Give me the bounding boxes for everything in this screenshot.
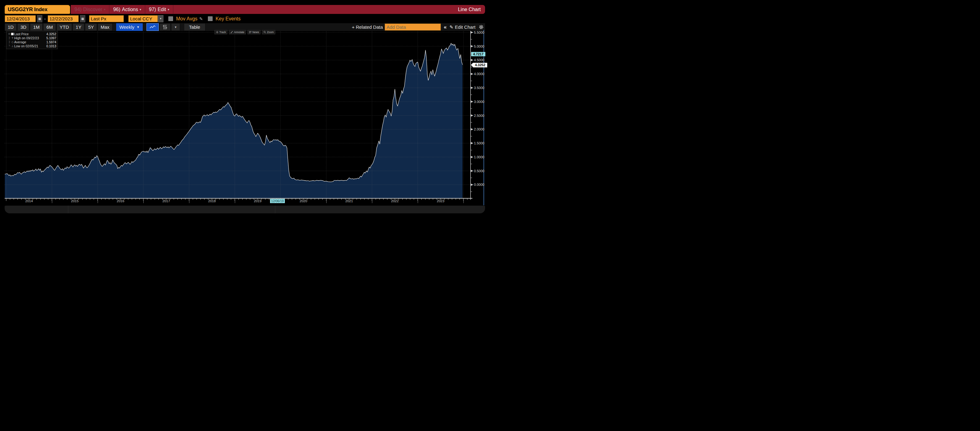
average-marker-icon: ◇ <box>11 40 14 43</box>
crosshair-x-axis-label: 12/06/19 <box>270 199 285 203</box>
area-fill <box>5 43 463 198</box>
chart-type-more-dropdown[interactable]: ▼ <box>171 23 180 31</box>
y-tick-arrow <box>471 45 473 47</box>
range-button-1m[interactable]: 1M <box>30 23 43 31</box>
range-button-3d[interactable]: 3D <box>17 23 29 31</box>
query-toolbar: 12/24/2013 ▦ - 12/22/2023 ▦ Last Px Loca… <box>5 15 241 22</box>
x-axis-year-label: 2014 <box>25 199 33 203</box>
y-axis-tick-label: 3.5000 <box>474 86 484 89</box>
mov-avgs-label: Mov Avgs <box>176 16 197 22</box>
x-axis-year-separator <box>143 199 144 203</box>
range-button-max[interactable]: Max <box>98 23 113 31</box>
menu-label: Actions <box>122 7 138 12</box>
y-axis-tick-label: 3.0000 <box>474 100 484 104</box>
x-axis-year-label: 2017 <box>162 199 170 203</box>
chevron-down-icon: ▼ <box>174 26 177 29</box>
legend-collapse-icon[interactable]: ⊟ <box>8 32 11 35</box>
x-axis-year-separator <box>418 199 418 203</box>
x-axis-year-label: 2016 <box>117 199 124 203</box>
end-date-field[interactable]: 12/22/2023 <box>48 15 79 22</box>
menu-number: 94) <box>75 7 81 12</box>
calendar-icon[interactable]: ▦ <box>80 15 85 22</box>
start-date-field[interactable]: 12/24/2013 <box>5 15 36 22</box>
x-axis-year-separator <box>372 199 372 203</box>
x-axis-year-label: 2021 <box>345 199 353 203</box>
range-button-6m[interactable]: 6M <box>43 23 56 31</box>
chart-tool-strip: Track Annotate News Zoom <box>215 30 275 34</box>
edit-chart-button[interactable]: ✎ Edit Chart <box>450 24 476 30</box>
menu-bar: 94) Discover ▾ 96) Actions ▾ 97) Edit ▾ … <box>71 5 485 14</box>
y-axis-tick-label: 0.0000 <box>474 183 484 187</box>
price-field-selector[interactable]: Last Px <box>89 15 124 22</box>
range-button-ytd[interactable]: YTD <box>57 23 72 31</box>
y-axis-tick-label: 5.0000 <box>474 45 484 48</box>
x-axis-year-label: 2020 <box>300 199 307 203</box>
y-axis-tick-label: 0.5000 <box>474 169 484 173</box>
view-mode-label: Line Chart <box>458 5 485 14</box>
key-events-checkbox[interactable] <box>208 16 213 21</box>
y-tick-arrow <box>471 59 473 61</box>
add-data-input[interactable] <box>385 24 441 30</box>
y-tick-arrow <box>471 114 473 117</box>
menu-item-discover[interactable]: 94) Discover ▾ <box>71 5 109 14</box>
bloomberg-chart-window: USGG2YR Index 94) Discover ▾ 96) Actions… <box>0 0 490 216</box>
y-tick-arrow <box>471 86 473 89</box>
y-tick-arrow <box>471 73 473 75</box>
track-button[interactable]: Track <box>215 30 228 34</box>
y-tick-arrow <box>471 156 473 158</box>
chevron-down-icon[interactable]: ▼ <box>158 15 164 22</box>
chart-legend[interactable]: ⊟ Last Price 4.3252 ├ T High on 09/22/23… <box>6 31 58 49</box>
key-events-label: Key Events <box>216 16 241 22</box>
calendar-icon[interactable]: ▦ <box>37 15 42 22</box>
currency-selector[interactable]: Local CCY ▼ <box>128 15 164 22</box>
pencil-icon[interactable]: ✎ <box>199 16 203 21</box>
x-axis-year-separator <box>463 199 464 203</box>
mov-avgs-checkbox[interactable] <box>169 16 173 21</box>
x-axis-year-label: 2019 <box>254 199 261 203</box>
news-button[interactable]: News <box>247 30 261 34</box>
last-price-axis-tag: 4.3252 <box>473 63 487 67</box>
legend-row-high[interactable]: ├ T High on 09/22/23 5.1097 <box>8 36 56 40</box>
range-button-1y[interactable]: 1Y <box>73 23 84 31</box>
menu-label: Edit <box>158 7 166 12</box>
collapse-panel-button[interactable]: « <box>443 24 447 30</box>
menu-label: Discover <box>83 7 102 12</box>
legend-row-average[interactable]: ├ ◇ Average 1.5974 <box>8 40 56 44</box>
track-crosshair-icon <box>216 31 218 34</box>
settings-button[interactable] <box>477 24 485 30</box>
candlestick-icon <box>162 25 167 29</box>
zoom-button[interactable]: Zoom <box>262 30 275 34</box>
crosshair-y-axis-label: 4.7217 <box>471 52 485 56</box>
magnifier-icon <box>264 31 266 34</box>
legend-row-last-price[interactable]: ⊟ Last Price 4.3252 <box>8 32 56 36</box>
chevron-down-icon: ▾ <box>104 8 105 11</box>
gear-icon <box>479 24 484 30</box>
range-button-5y[interactable]: 5Y <box>85 23 97 31</box>
title-bar: USGG2YR Index 94) Discover ▾ 96) Actions… <box>5 5 485 14</box>
annotate-button[interactable]: Annotate <box>229 30 246 34</box>
legend-row-low[interactable]: └ ⊥ Low on 02/05/21 0.1013 <box>8 44 56 48</box>
high-marker-icon: T <box>11 37 14 40</box>
security-ticker-field[interactable]: USGG2YR Index <box>5 5 70 14</box>
x-axis-year-label: 2022 <box>391 199 399 203</box>
y-tick-arrow <box>471 101 473 103</box>
table-button[interactable]: Table <box>184 23 205 31</box>
menu-number: 96) <box>113 7 120 12</box>
menu-number: 97) <box>149 7 156 12</box>
x-axis-year-separator <box>52 199 52 203</box>
chevron-down-icon: ▾ <box>168 8 169 11</box>
candle-chart-type-button[interactable] <box>159 23 170 31</box>
chevron-down-icon: ▼ <box>137 26 140 29</box>
periodicity-dropdown[interactable]: Weekly ▼ <box>116 23 143 31</box>
related-data-button[interactable]: + Related Data <box>352 24 383 30</box>
y-tick-arrow <box>471 128 473 131</box>
panel-right-edge <box>484 30 484 205</box>
line-chart-type-button[interactable] <box>146 23 159 31</box>
y-tick-arrow <box>471 142 473 144</box>
pencil-icon: ✎ <box>450 24 453 30</box>
menu-item-actions[interactable]: 96) Actions ▾ <box>109 5 145 14</box>
currency-value: Local CCY <box>128 15 158 22</box>
range-button-1d[interactable]: 1D <box>5 23 17 31</box>
annotate-pencil-icon <box>231 31 233 34</box>
menu-item-edit[interactable]: 97) Edit ▾ <box>145 5 173 14</box>
